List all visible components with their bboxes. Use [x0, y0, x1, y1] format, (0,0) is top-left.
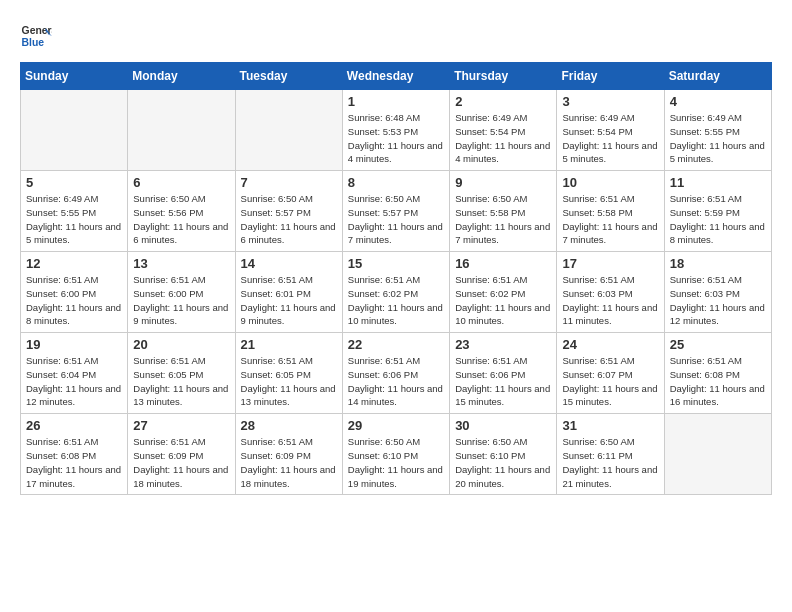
- day-info: Sunrise: 6:51 AMSunset: 6:03 PMDaylight:…: [562, 273, 658, 328]
- day-cell-17: 17Sunrise: 6:51 AMSunset: 6:03 PMDayligh…: [557, 252, 664, 333]
- week-row-4: 19Sunrise: 6:51 AMSunset: 6:04 PMDayligh…: [21, 333, 772, 414]
- day-info: Sunrise: 6:49 AMSunset: 5:54 PMDaylight:…: [562, 111, 658, 166]
- day-info: Sunrise: 6:51 AMSunset: 5:58 PMDaylight:…: [562, 192, 658, 247]
- day-info: Sunrise: 6:49 AMSunset: 5:55 PMDaylight:…: [670, 111, 766, 166]
- day-cell-26: 26Sunrise: 6:51 AMSunset: 6:08 PMDayligh…: [21, 414, 128, 495]
- day-cell-22: 22Sunrise: 6:51 AMSunset: 6:06 PMDayligh…: [342, 333, 449, 414]
- day-number: 9: [455, 175, 551, 190]
- calendar-header-row: SundayMondayTuesdayWednesdayThursdayFrid…: [21, 63, 772, 90]
- day-number: 31: [562, 418, 658, 433]
- day-info: Sunrise: 6:51 AMSunset: 6:08 PMDaylight:…: [670, 354, 766, 409]
- day-info: Sunrise: 6:51 AMSunset: 6:04 PMDaylight:…: [26, 354, 122, 409]
- day-cell-16: 16Sunrise: 6:51 AMSunset: 6:02 PMDayligh…: [450, 252, 557, 333]
- day-info: Sunrise: 6:51 AMSunset: 6:09 PMDaylight:…: [241, 435, 337, 490]
- empty-cell: [664, 414, 771, 495]
- week-row-2: 5Sunrise: 6:49 AMSunset: 5:55 PMDaylight…: [21, 171, 772, 252]
- day-number: 22: [348, 337, 444, 352]
- day-header-saturday: Saturday: [664, 63, 771, 90]
- day-info: Sunrise: 6:51 AMSunset: 6:06 PMDaylight:…: [455, 354, 551, 409]
- day-info: Sunrise: 6:51 AMSunset: 6:05 PMDaylight:…: [133, 354, 229, 409]
- day-cell-4: 4Sunrise: 6:49 AMSunset: 5:55 PMDaylight…: [664, 90, 771, 171]
- day-cell-10: 10Sunrise: 6:51 AMSunset: 5:58 PMDayligh…: [557, 171, 664, 252]
- day-number: 14: [241, 256, 337, 271]
- day-header-monday: Monday: [128, 63, 235, 90]
- day-cell-28: 28Sunrise: 6:51 AMSunset: 6:09 PMDayligh…: [235, 414, 342, 495]
- day-cell-5: 5Sunrise: 6:49 AMSunset: 5:55 PMDaylight…: [21, 171, 128, 252]
- day-header-sunday: Sunday: [21, 63, 128, 90]
- day-number: 30: [455, 418, 551, 433]
- day-number: 18: [670, 256, 766, 271]
- day-info: Sunrise: 6:50 AMSunset: 5:58 PMDaylight:…: [455, 192, 551, 247]
- day-number: 13: [133, 256, 229, 271]
- day-number: 19: [26, 337, 122, 352]
- day-header-wednesday: Wednesday: [342, 63, 449, 90]
- day-info: Sunrise: 6:50 AMSunset: 5:57 PMDaylight:…: [348, 192, 444, 247]
- logo-icon: General Blue: [20, 20, 52, 52]
- day-cell-15: 15Sunrise: 6:51 AMSunset: 6:02 PMDayligh…: [342, 252, 449, 333]
- day-cell-2: 2Sunrise: 6:49 AMSunset: 5:54 PMDaylight…: [450, 90, 557, 171]
- day-info: Sunrise: 6:51 AMSunset: 6:01 PMDaylight:…: [241, 273, 337, 328]
- day-info: Sunrise: 6:51 AMSunset: 6:07 PMDaylight:…: [562, 354, 658, 409]
- day-number: 20: [133, 337, 229, 352]
- day-cell-8: 8Sunrise: 6:50 AMSunset: 5:57 PMDaylight…: [342, 171, 449, 252]
- day-number: 12: [26, 256, 122, 271]
- day-number: 1: [348, 94, 444, 109]
- empty-cell: [235, 90, 342, 171]
- day-cell-19: 19Sunrise: 6:51 AMSunset: 6:04 PMDayligh…: [21, 333, 128, 414]
- day-info: Sunrise: 6:51 AMSunset: 5:59 PMDaylight:…: [670, 192, 766, 247]
- day-number: 2: [455, 94, 551, 109]
- day-number: 15: [348, 256, 444, 271]
- logo: General Blue: [20, 20, 52, 52]
- day-cell-13: 13Sunrise: 6:51 AMSunset: 6:00 PMDayligh…: [128, 252, 235, 333]
- day-cell-23: 23Sunrise: 6:51 AMSunset: 6:06 PMDayligh…: [450, 333, 557, 414]
- day-info: Sunrise: 6:51 AMSunset: 6:00 PMDaylight:…: [26, 273, 122, 328]
- day-cell-1: 1Sunrise: 6:48 AMSunset: 5:53 PMDaylight…: [342, 90, 449, 171]
- day-cell-30: 30Sunrise: 6:50 AMSunset: 6:10 PMDayligh…: [450, 414, 557, 495]
- day-cell-25: 25Sunrise: 6:51 AMSunset: 6:08 PMDayligh…: [664, 333, 771, 414]
- day-number: 11: [670, 175, 766, 190]
- day-cell-27: 27Sunrise: 6:51 AMSunset: 6:09 PMDayligh…: [128, 414, 235, 495]
- day-header-tuesday: Tuesday: [235, 63, 342, 90]
- day-cell-11: 11Sunrise: 6:51 AMSunset: 5:59 PMDayligh…: [664, 171, 771, 252]
- day-info: Sunrise: 6:49 AMSunset: 5:54 PMDaylight:…: [455, 111, 551, 166]
- day-number: 4: [670, 94, 766, 109]
- week-row-3: 12Sunrise: 6:51 AMSunset: 6:00 PMDayligh…: [21, 252, 772, 333]
- day-number: 26: [26, 418, 122, 433]
- week-row-1: 1Sunrise: 6:48 AMSunset: 5:53 PMDaylight…: [21, 90, 772, 171]
- day-number: 10: [562, 175, 658, 190]
- day-info: Sunrise: 6:50 AMSunset: 6:11 PMDaylight:…: [562, 435, 658, 490]
- svg-text:Blue: Blue: [22, 37, 45, 48]
- week-row-5: 26Sunrise: 6:51 AMSunset: 6:08 PMDayligh…: [21, 414, 772, 495]
- page-header: General Blue: [20, 20, 772, 52]
- day-number: 28: [241, 418, 337, 433]
- day-cell-14: 14Sunrise: 6:51 AMSunset: 6:01 PMDayligh…: [235, 252, 342, 333]
- day-info: Sunrise: 6:50 AMSunset: 6:10 PMDaylight:…: [455, 435, 551, 490]
- day-info: Sunrise: 6:50 AMSunset: 5:56 PMDaylight:…: [133, 192, 229, 247]
- day-cell-12: 12Sunrise: 6:51 AMSunset: 6:00 PMDayligh…: [21, 252, 128, 333]
- day-cell-3: 3Sunrise: 6:49 AMSunset: 5:54 PMDaylight…: [557, 90, 664, 171]
- calendar-table: SundayMondayTuesdayWednesdayThursdayFrid…: [20, 62, 772, 495]
- day-number: 16: [455, 256, 551, 271]
- day-info: Sunrise: 6:51 AMSunset: 6:00 PMDaylight:…: [133, 273, 229, 328]
- day-cell-7: 7Sunrise: 6:50 AMSunset: 5:57 PMDaylight…: [235, 171, 342, 252]
- day-info: Sunrise: 6:50 AMSunset: 6:10 PMDaylight:…: [348, 435, 444, 490]
- day-cell-18: 18Sunrise: 6:51 AMSunset: 6:03 PMDayligh…: [664, 252, 771, 333]
- day-number: 6: [133, 175, 229, 190]
- day-info: Sunrise: 6:49 AMSunset: 5:55 PMDaylight:…: [26, 192, 122, 247]
- day-cell-21: 21Sunrise: 6:51 AMSunset: 6:05 PMDayligh…: [235, 333, 342, 414]
- day-info: Sunrise: 6:51 AMSunset: 6:09 PMDaylight:…: [133, 435, 229, 490]
- day-cell-9: 9Sunrise: 6:50 AMSunset: 5:58 PMDaylight…: [450, 171, 557, 252]
- day-info: Sunrise: 6:51 AMSunset: 6:08 PMDaylight:…: [26, 435, 122, 490]
- day-info: Sunrise: 6:51 AMSunset: 6:06 PMDaylight:…: [348, 354, 444, 409]
- day-info: Sunrise: 6:51 AMSunset: 6:02 PMDaylight:…: [348, 273, 444, 328]
- day-number: 25: [670, 337, 766, 352]
- day-info: Sunrise: 6:48 AMSunset: 5:53 PMDaylight:…: [348, 111, 444, 166]
- day-cell-24: 24Sunrise: 6:51 AMSunset: 6:07 PMDayligh…: [557, 333, 664, 414]
- day-number: 21: [241, 337, 337, 352]
- day-number: 23: [455, 337, 551, 352]
- day-number: 8: [348, 175, 444, 190]
- day-number: 24: [562, 337, 658, 352]
- day-info: Sunrise: 6:51 AMSunset: 6:05 PMDaylight:…: [241, 354, 337, 409]
- day-cell-29: 29Sunrise: 6:50 AMSunset: 6:10 PMDayligh…: [342, 414, 449, 495]
- day-number: 17: [562, 256, 658, 271]
